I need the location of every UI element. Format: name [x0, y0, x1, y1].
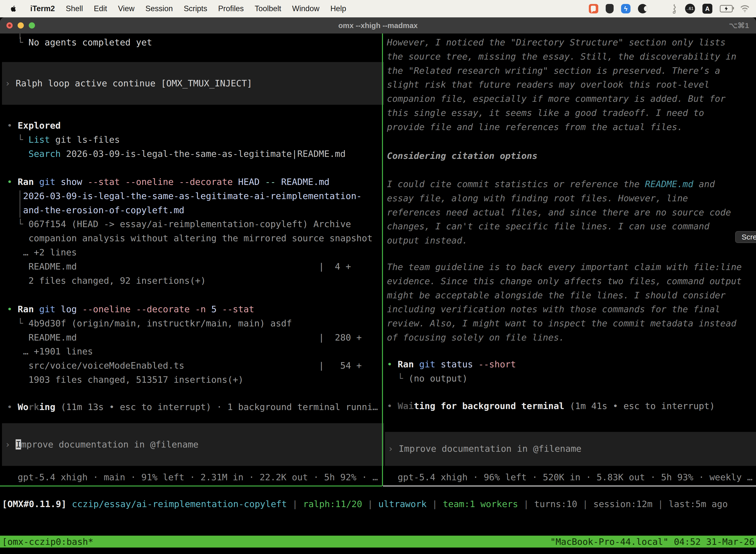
traffic-lights [6, 22, 35, 29]
terminal-line: slight risk that future readers may over… [387, 78, 737, 92]
menu-item-iterm2[interactable]: iTerm2 [30, 4, 55, 13]
terminal-line: • Ran git show --stat --oneline --decora… [7, 175, 373, 189]
explored-block: • Explored └ List git ls-files Search 20… [7, 119, 345, 161]
terminal: └ No agents completed yet › Ralph loop a… [0, 34, 756, 554]
keyboard-layout-icon[interactable]: A [702, 4, 712, 14]
terminal-line: › Improve documentation in @filename [388, 442, 581, 456]
terminal-line: 1903 files changed, 513517 insertions(+) [7, 373, 362, 387]
terminal-line: review. Also, I might want to inspect th… [387, 317, 742, 331]
terminal-line: companion file, especially if more comme… [387, 92, 737, 106]
wifi-icon[interactable] [740, 5, 750, 12]
terminal-line: Search 2026-03-09-is-legal-the-same-as-l… [7, 147, 345, 161]
terminal-line: src/voice/voiceModeEnabled.ts | 54 + [7, 359, 362, 373]
menu-bar-status-icons: ϟ ..61 A [589, 0, 750, 17]
terminal-line: └ No agents completed yet [7, 36, 152, 50]
menu-item-scripts[interactable]: Scripts [184, 4, 207, 13]
window-shortcut-badge: ⌥⌘1 [729, 21, 749, 30]
battery-icon[interactable] [720, 5, 733, 12]
count-badge-icon[interactable]: ..61 [685, 4, 695, 14]
terminal-line: However, I noticed the "Directory Struct… [387, 36, 737, 50]
menu-items: iTerm2ShellEditViewSessionScriptsProfile… [19, 4, 346, 13]
screen-overlay-button[interactable]: Scre [735, 231, 756, 243]
terminal-line: references need actual files, and since … [387, 206, 731, 220]
terminal-line: output instead. [387, 233, 731, 248]
git-status-block: • Ran git status --short └ (no output) [387, 357, 516, 386]
ralph-loop-box: › Ralph loop active continue [OMX_TMUX_I… [2, 62, 384, 105]
terminal-line: gpt-5.4 xhigh · main · 91% left · 2.31M … [7, 470, 378, 485]
left-prompt-input[interactable]: › Improve documentation in @filename [2, 423, 384, 466]
terminal-line: • Ran git log --oneline --decorate -n 5 … [7, 302, 362, 317]
close-button[interactable] [6, 22, 13, 29]
terminal-line: Considering citation options [387, 149, 538, 163]
terminal-line: README.md | 280 + [7, 331, 362, 345]
terminal-line: including verification notes with those … [387, 302, 742, 317]
terminal-line: 2026-03-09-is-legal-the-same-as-legitima… [7, 189, 373, 203]
terminal-line: • Working (11m 13s • esc to interrupt) ·… [7, 400, 378, 414]
tmux-host-clock: "MacBook-Pro-44.local" 04:52 31-Mar-26 [550, 537, 755, 547]
tmux-session-label[interactable]: [omx-cczip0:bash* [2, 537, 93, 547]
pane-divider[interactable] [382, 34, 383, 486]
terminal-line: The team guideline is to back every impo… [387, 260, 742, 274]
terminal-line: changes, I can't cite specific file line… [387, 219, 731, 233]
screen: iTerm2ShellEditViewSessionScriptsProfile… [0, 0, 756, 554]
messages-icon[interactable] [589, 4, 598, 13]
right-prompt-text: › Improve documentation in @filename [388, 442, 581, 456]
left-model-status-line: gpt-5.4 xhigh · main · 91% left · 2.31M … [7, 470, 378, 485]
menu-item-profiles[interactable]: Profiles [218, 4, 244, 13]
working-status-line: • Working (11m 13s • esc to interrupt) ·… [7, 400, 378, 414]
git-log-block: • Ran git log --oneline --decorate -n 5 … [7, 302, 362, 387]
right-pane-bottom-border [383, 486, 756, 487]
terminal-line: [OMX#0.11.9] cczip/essay/ai-reimplementa… [2, 497, 728, 511]
menu-item-toolbelt[interactable]: Toolbelt [255, 4, 281, 13]
menu-bar: iTerm2ShellEditViewSessionScriptsProfile… [0, 0, 756, 17]
left-pane-bottom-border [0, 486, 382, 487]
terminal-line: … +2 lines [7, 245, 373, 260]
terminal-line: of focusing solely on file lines. [387, 331, 742, 345]
apple-menu-icon[interactable] [10, 5, 17, 12]
menu-item-help[interactable]: Help [330, 4, 346, 13]
tree-connector-line [19, 190, 20, 218]
right-prompt-input[interactable]: › Improve documentation in @filename [385, 432, 756, 466]
menu-item-window[interactable]: Window [292, 4, 319, 13]
shield-grid-icon[interactable] [606, 4, 614, 13]
terminal-line: └ 067f154 (HEAD -> essay/ai-reimplementa… [7, 217, 373, 231]
reasoning-paragraph-1: However, I noticed the "Directory Struct… [387, 36, 737, 134]
bolt-app-icon[interactable]: ϟ [621, 4, 630, 13]
left-pane-agents-line: └ No agents completed yet [7, 36, 152, 50]
reasoning-paragraph-3: The team guideline is to back every impo… [387, 260, 742, 345]
omx-session-status-line: [OMX#0.11.9] cczip/essay/ai-reimplementa… [2, 497, 728, 511]
menu-item-edit[interactable]: Edit [94, 4, 107, 13]
screen-overlay-label: Scre [742, 233, 756, 241]
terminal-line: gpt-5.4 xhigh · 96% left · 520K in · 5.8… [387, 470, 753, 485]
window-title-bar: omx --xhigh --madmax ⌥⌘1 [0, 17, 756, 34]
reasoning-header: Considering citation options [387, 149, 538, 163]
terminal-line: • Waiting for background terminal (1m 41… [387, 399, 715, 413]
terminal-line: … +1901 lines [7, 344, 362, 359]
right-model-status-line: gpt-5.4 xhigh · 96% left · 520K in · 5.8… [387, 470, 753, 485]
minimize-button[interactable] [18, 22, 24, 29]
terminal-line: I could cite commit statistics or refere… [387, 177, 731, 191]
terminal-line: └ List git ls-files [7, 133, 345, 147]
terminal-line: 2 files changed, 92 insertions(+) [7, 274, 373, 288]
terminal-line: might be acceptable alongside the file l… [387, 288, 742, 302]
menu-item-session[interactable]: Session [145, 4, 173, 13]
terminal-line: essay file, along with finding root file… [387, 191, 731, 206]
zoom-button[interactable] [29, 22, 35, 29]
terminal-line: companion analysis without altering the … [7, 231, 373, 245]
left-prompt-text: › Improve documentation in @filename [5, 438, 198, 452]
terminal-line: evidence. Since this change only affects… [387, 274, 742, 288]
dots-grid-icon[interactable] [655, 4, 664, 13]
terminal-line: this single essay, it seems like a good … [387, 106, 737, 120]
reasoning-paragraph-2: I could cite commit statistics or refere… [387, 177, 731, 248]
menu-item-shell[interactable]: Shell [66, 4, 83, 13]
ralph-loop-text: › Ralph loop active continue [OMX_TMUX_I… [5, 76, 252, 91]
disk-usage-icon[interactable] [638, 4, 647, 13]
terminal-line: provide file and line references from th… [387, 120, 737, 134]
terminal-line: the "Related research writing" section i… [387, 64, 737, 78]
git-show-block: • Ran git show --stat --oneline --decora… [7, 175, 373, 288]
squiggle-icon[interactable] [671, 4, 678, 14]
window-title: omx --xhigh --madmax [338, 21, 418, 30]
menu-item-view[interactable]: View [118, 4, 135, 13]
terminal-line: └ 4b9d30f (origin/main, instructkr/main,… [7, 317, 362, 331]
terminal-line: and-the-erosion-of-copyleft.md [7, 203, 373, 217]
